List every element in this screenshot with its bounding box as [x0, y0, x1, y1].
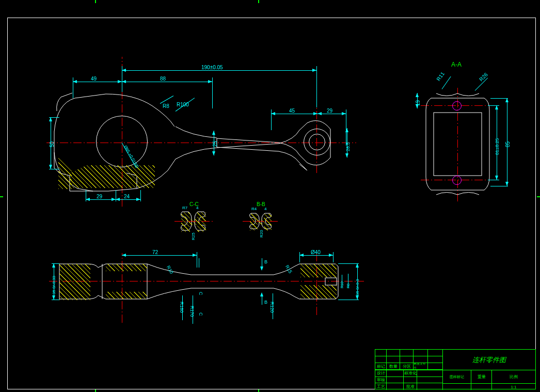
- dim-text: R20: [259, 230, 264, 238]
- arrow-icon: [112, 198, 116, 201]
- arrow-icon: [342, 112, 346, 115]
- tb-label: 重量: [471, 370, 492, 383]
- arrow-icon: [271, 112, 275, 115]
- ext-line: [338, 263, 359, 264]
- ext-line: [140, 190, 141, 201]
- arrow-icon: [118, 80, 122, 83]
- arrow-icon: [260, 292, 263, 296]
- section-line: [262, 295, 262, 305]
- tb-label: 图样标记: [450, 374, 464, 380]
- hatch-side-se-bot: [300, 285, 337, 299]
- arrow-icon: [505, 98, 509, 102]
- hatch-cap: [70, 165, 155, 188]
- svg-rect-3: [325, 278, 337, 285]
- ext-line: [52, 300, 59, 300]
- svg-rect-0: [434, 113, 482, 176]
- arrow-icon: [86, 198, 90, 201]
- dim-text: 190±0.05: [201, 65, 223, 70]
- arrow-icon: [212, 151, 215, 155]
- dim-line: [73, 82, 122, 82]
- arrow-icon: [345, 153, 348, 158]
- ext-line: [52, 263, 59, 264]
- tb-label: 工艺: [375, 383, 387, 390]
- title-block: 标记 数量 分区 更改文件号 连杆零件图 设计 标准化: [375, 349, 536, 389]
- tb-label: 批准: [404, 383, 417, 390]
- arrow-icon: [212, 131, 215, 135]
- hatch-side-left: [59, 264, 90, 300]
- border-tick: [258, 0, 259, 3]
- dim-text: 4: [264, 207, 266, 211]
- tb-scale: 1:1: [492, 384, 535, 390]
- ext-line: [333, 252, 333, 262]
- arrow-icon: [49, 117, 52, 121]
- dim-text: R25: [191, 232, 196, 240]
- dim-text: R7: [182, 206, 187, 210]
- dim-text: Ø40: [311, 249, 321, 255]
- drawing-canvas: 190±0.05 49 88 R8 R100 45 29 50 25 28.5 …: [0, 0, 540, 392]
- drawing-title: 连杆零件图: [472, 355, 506, 365]
- dim-text: 88: [160, 76, 166, 82]
- dim-line: [299, 255, 333, 256]
- ext-line: [488, 105, 499, 106]
- arrow-icon: [116, 198, 120, 201]
- dim-text: 50: [49, 142, 55, 147]
- ext-line: [197, 252, 197, 268]
- ext-line: [488, 180, 499, 180]
- arrow-icon: [49, 165, 52, 169]
- tb-label: 更改文件号: [414, 363, 428, 369]
- dim-line: [122, 82, 212, 82]
- ext-line: [49, 117, 59, 118]
- arrow-icon: [122, 69, 126, 72]
- dim-line: [271, 114, 317, 114]
- arrow-icon: [122, 254, 126, 257]
- dim-text: 4: [196, 206, 198, 210]
- tb-label: 比例: [492, 370, 535, 383]
- tb-label: 审核: [375, 377, 387, 383]
- section-mark: C: [198, 312, 203, 316]
- arrow-icon: [317, 112, 322, 115]
- arrow-icon: [136, 198, 140, 201]
- dim-text: R100: [177, 102, 189, 107]
- section-mark: B: [264, 300, 267, 305]
- tb-label: 标记: [375, 363, 387, 369]
- ext-line: [49, 169, 59, 169]
- hatch-side-top: [106, 264, 147, 271]
- centerline-cc: [174, 221, 213, 222]
- ext-line: [86, 190, 86, 201]
- arrow-icon: [193, 254, 197, 257]
- ext-line: [73, 77, 73, 98]
- bolt-hole: [452, 176, 462, 185]
- arrow-icon: [495, 176, 498, 180]
- tb-label: 标准化: [404, 370, 417, 377]
- tb-label: 数量: [387, 363, 400, 369]
- ext-line: [338, 300, 359, 300]
- border-tick: [537, 196, 540, 197]
- arrow-icon: [208, 80, 212, 83]
- dim-text: R8: [346, 284, 350, 288]
- ext-line: [212, 77, 213, 108]
- section-mark: C: [198, 292, 203, 295]
- ext-line: [490, 98, 508, 99]
- dim-text: 29: [97, 194, 102, 199]
- arrow-icon: [260, 266, 263, 271]
- arrow-icon: [495, 105, 498, 109]
- dim-text: 24: [124, 194, 130, 199]
- arrow-icon: [52, 263, 55, 268]
- dim-text: 81±0.25: [495, 138, 500, 155]
- arrow-icon: [356, 295, 359, 300]
- conrod-plan-outline: [52, 88, 351, 207]
- arrow-icon: [329, 254, 333, 257]
- arrow-icon: [416, 93, 419, 97]
- hatch-side-se-top: [300, 264, 337, 277]
- ext-line: [346, 109, 346, 146]
- arrow-icon: [345, 128, 348, 132]
- bolt-hole: [452, 101, 462, 111]
- dim-text: 35 0/-0.3: [355, 279, 360, 295]
- section-label-aa: A-A: [451, 61, 462, 68]
- dim-line: [122, 70, 316, 71]
- dim-text: R4: [251, 207, 257, 211]
- hatch-side-bot: [106, 292, 147, 299]
- tb-label: 设计: [375, 370, 387, 377]
- ext-line: [271, 109, 272, 130]
- dim-text: 19: [415, 100, 421, 106]
